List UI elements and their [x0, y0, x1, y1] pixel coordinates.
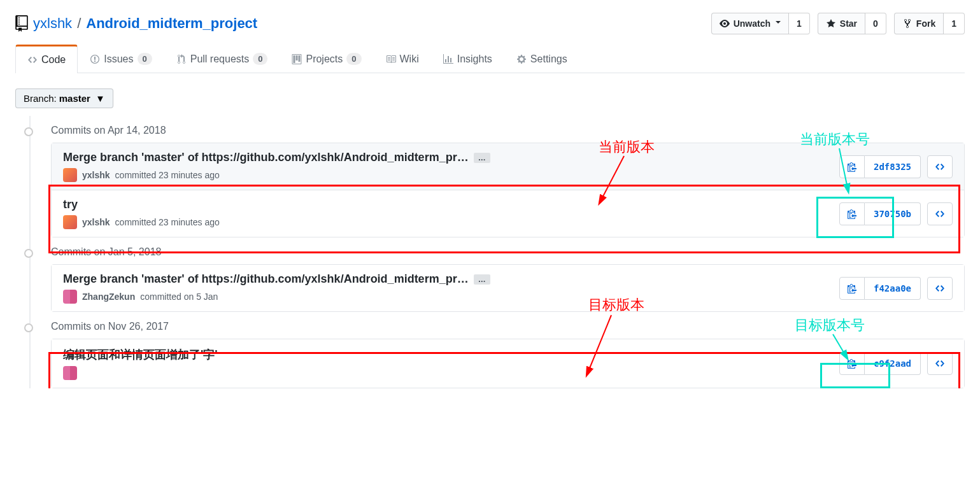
star-icon	[826, 18, 836, 29]
browse-tree-button[interactable]	[927, 155, 953, 178]
star-button[interactable]: Star	[818, 13, 865, 34]
pull-request-icon	[176, 54, 187, 64]
avatar[interactable]	[63, 366, 77, 380]
commit-group-title: Commits on Jan 5, 2018	[38, 237, 965, 264]
copy-sha-button[interactable]	[839, 352, 865, 375]
repo-breadcrumb: yxlshk / Android_midterm_project	[15, 15, 257, 32]
author-link[interactable]: yxlshk	[82, 170, 110, 180]
clipboard-icon	[847, 209, 857, 219]
browse-tree-button[interactable]	[927, 277, 953, 300]
unwatch-button[interactable]: Unwatch	[711, 13, 789, 34]
star-label: Star	[840, 17, 857, 30]
tab-settings[interactable]: Settings	[504, 45, 579, 73]
issues-count: 0	[138, 53, 152, 65]
code-icon	[935, 162, 945, 172]
copy-sha-button[interactable]	[839, 277, 865, 300]
repo-link[interactable]: Android_midterm_project	[86, 15, 257, 31]
commit-time: committed 23 minutes ago	[115, 170, 220, 180]
pulls-count: 0	[253, 53, 267, 65]
tab-code[interactable]: Code	[15, 45, 78, 73]
browse-tree-button[interactable]	[927, 202, 953, 225]
code-icon	[27, 55, 38, 65]
commit-time: committed on 5 Jan	[140, 292, 218, 302]
owner-link[interactable]: yxlshk	[33, 15, 72, 32]
avatar[interactable]	[63, 215, 77, 229]
expand-message-button[interactable]: …	[474, 153, 490, 163]
commit-time: committed 23 minutes ago	[115, 217, 220, 227]
repo-icon	[15, 15, 28, 32]
fork-icon	[902, 18, 913, 29]
code-icon	[935, 209, 945, 219]
issue-icon	[90, 54, 100, 64]
commit-row: Merge branch 'master' of https://github.…	[52, 265, 964, 311]
unwatch-label: Unwatch	[734, 17, 771, 30]
copy-sha-button[interactable]	[839, 202, 865, 225]
commit-group-title: Commits on Apr 14, 2018	[38, 116, 965, 143]
copy-sha-button[interactable]	[839, 155, 865, 178]
caret-down-icon	[776, 21, 781, 26]
graph-icon	[443, 54, 453, 64]
gear-icon	[516, 54, 527, 64]
tab-projects-label: Projects	[306, 53, 343, 65]
author-link[interactable]: ZhangZekun	[82, 292, 135, 302]
code-icon	[935, 358, 945, 369]
tab-wiki[interactable]: Wiki	[374, 45, 431, 73]
tab-insights[interactable]: Insights	[431, 45, 504, 73]
commit-title[interactable]: try	[63, 198, 78, 211]
author-link[interactable]: yxlshk	[82, 217, 110, 227]
projects-count: 0	[346, 53, 361, 65]
branch-selector[interactable]: Branch: master ▼	[15, 88, 113, 108]
tab-issues-label: Issues	[104, 53, 133, 65]
tab-pull-requests[interactable]: Pull requests 0	[164, 45, 280, 73]
code-icon	[935, 283, 945, 293]
commit-row: Merge branch 'master' of https://github.…	[52, 143, 964, 190]
tab-code-label: Code	[41, 54, 66, 66]
commit-sha-link[interactable]: f42aa0e	[865, 277, 921, 300]
tab-issues[interactable]: Issues 0	[78, 45, 164, 73]
avatar[interactable]	[63, 168, 77, 182]
fork-count[interactable]: 1	[944, 13, 965, 34]
commit-title[interactable]: 编辑页面和详情页面增加了'字'	[63, 347, 218, 362]
breadcrumb-separator: /	[77, 15, 81, 32]
commit-title[interactable]: Merge branch 'master' of https://github.…	[63, 151, 469, 164]
commit-sha-link[interactable]: c9f2aad	[865, 352, 921, 375]
clipboard-icon	[847, 162, 857, 172]
browse-tree-button[interactable]	[927, 352, 953, 375]
avatar[interactable]	[63, 290, 77, 304]
caret-down-icon: ▼	[96, 93, 105, 104]
commit-row: 编辑页面和详情页面增加了'字' c9f2aad	[52, 339, 964, 388]
fork-label: Fork	[916, 17, 935, 30]
project-icon	[292, 54, 302, 64]
watch-count[interactable]: 1	[789, 13, 810, 34]
repo-tabs: Code Issues 0 Pull requests 0 Projects 0…	[15, 45, 965, 73]
tab-settings-label: Settings	[530, 53, 567, 65]
commit-row: try yxlshk committed 23 minutes ago 3707…	[52, 190, 964, 237]
tab-wiki-label: Wiki	[400, 53, 419, 65]
branch-prefix: Branch:	[24, 93, 57, 104]
commit-sha-link[interactable]: 2df8325	[865, 155, 921, 178]
tab-projects[interactable]: Projects 0	[280, 45, 373, 73]
tab-insights-label: Insights	[457, 53, 492, 65]
commit-title[interactable]: Merge branch 'master' of https://github.…	[63, 272, 469, 286]
star-count[interactable]: 0	[865, 13, 886, 34]
branch-name: master	[59, 93, 90, 104]
tab-pulls-label: Pull requests	[190, 53, 250, 65]
commit-sha-link[interactable]: 370750b	[865, 202, 921, 225]
clipboard-icon	[847, 358, 857, 369]
commit-group-title: Commits on Nov 26, 2017	[38, 312, 965, 339]
expand-message-button[interactable]: …	[474, 274, 490, 285]
book-icon	[386, 54, 396, 64]
eye-icon	[720, 18, 730, 29]
clipboard-icon	[847, 283, 857, 293]
fork-button[interactable]: Fork	[894, 13, 944, 34]
